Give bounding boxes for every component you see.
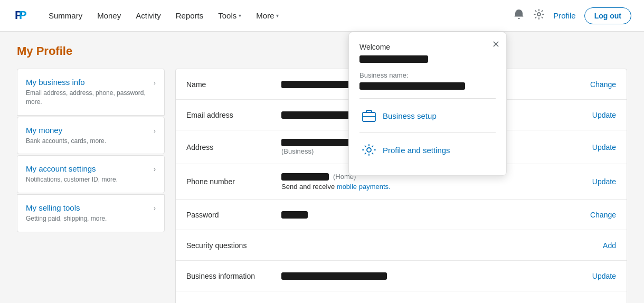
row-value-biz-info	[281, 272, 574, 280]
table-row: Merchant account ID	[176, 291, 627, 303]
row-label-address: Address	[186, 143, 281, 152]
header-right: Profile Log out	[513, 7, 631, 24]
row-action-email: Update	[574, 111, 616, 119]
table-row: Business information Update	[176, 261, 627, 291]
notification-bell-icon[interactable]	[513, 8, 525, 23]
row-label-biz-info: Business information	[186, 272, 281, 280]
row-action-password: Change	[574, 211, 616, 219]
nav-reports[interactable]: Reports	[169, 7, 210, 24]
sidebar-item-selling-tools[interactable]: My selling tools Getting paid, shipping,…	[17, 194, 165, 232]
row-value-password	[281, 211, 574, 219]
chevron-right-icon: ›	[154, 79, 156, 87]
phone-extra: Send and receive mobile payments.	[281, 183, 574, 191]
nav-money[interactable]: Money	[91, 7, 127, 24]
redacted-value	[281, 272, 387, 280]
popup-name-redacted	[359, 55, 428, 63]
popup-welcome: Welcome	[359, 43, 496, 51]
change-name-link[interactable]: Change	[590, 80, 616, 89]
popup-menu-profile-settings[interactable]: Profile and settings	[359, 135, 496, 165]
popup-divider-2	[359, 132, 496, 133]
content-layout: My business info Email address, address,…	[17, 69, 627, 303]
row-label-email: Email address	[186, 111, 281, 119]
sidebar-desc-selling-tools: Getting paid, shipping, more.	[26, 214, 154, 223]
popup-close-button[interactable]: ✕	[492, 39, 500, 50]
row-action-biz-info: Update	[574, 272, 616, 280]
update-phone-link[interactable]: Update	[592, 177, 616, 186]
nav-more[interactable]: More ▾	[250, 7, 285, 24]
sidebar-desc-account-settings: Notifications, customer ID, more.	[26, 175, 154, 184]
sidebar-title-my-money: My money	[26, 126, 154, 135]
nav-tools[interactable]: Tools ▾	[212, 7, 248, 24]
popup-menu-business-setup[interactable]: Business setup	[359, 101, 496, 130]
svg-point-6	[367, 148, 371, 152]
chevron-right-icon: ›	[154, 166, 156, 173]
sidebar-title-account-settings: My account settings	[26, 164, 154, 173]
table-row: Security questions Add	[176, 230, 627, 261]
row-label-phone: Phone number	[186, 177, 281, 186]
mobile-payments-link[interactable]: mobile payments.	[337, 183, 391, 191]
chevron-right-icon: ›	[154, 127, 156, 135]
change-password-link[interactable]: Change	[590, 211, 616, 219]
page-title: My Profile	[17, 44, 627, 58]
popup-menu-label-profile-settings: Profile and settings	[383, 146, 450, 155]
more-arrow-icon: ▾	[276, 13, 279, 18]
sidebar: My business info Email address, address,…	[17, 69, 165, 303]
update-address-link[interactable]: Update	[592, 143, 616, 152]
nav-summary[interactable]: Summary	[42, 7, 89, 24]
row-label-password: Password	[186, 211, 281, 219]
row-label-name: Name	[186, 80, 281, 89]
header: P P Summary Money Activity Reports Tools…	[0, 0, 644, 32]
paypal-logo[interactable]: P P	[13, 6, 30, 25]
table-row: Password Change	[176, 200, 627, 230]
popup-business-label: Business name:	[359, 71, 496, 79]
row-action-name: Change	[574, 80, 616, 89]
main-nav: Summary Money Activity Reports Tools ▾ M…	[42, 7, 513, 24]
sidebar-item-my-money[interactable]: My money Bank accounts, cards, more. ›	[17, 117, 165, 155]
briefcase-icon	[362, 108, 376, 123]
popup-biz-redacted	[359, 82, 465, 90]
add-security-link[interactable]: Add	[603, 241, 616, 250]
redacted-value	[281, 173, 329, 181]
popup-menu-label-business-setup: Business setup	[383, 111, 437, 120]
profile-dropdown-popup: ✕ Welcome Business name: Business setup	[348, 32, 507, 176]
row-label-security: Security questions	[186, 241, 281, 250]
sidebar-desc-my-money: Bank accounts, cards, more.	[26, 137, 154, 146]
redacted-value	[281, 211, 308, 219]
row-action-address: Update	[574, 143, 616, 152]
main-content: My Profile My business info Email addres…	[0, 32, 644, 303]
update-biz-info-link[interactable]: Update	[592, 272, 616, 280]
sidebar-title-selling-tools: My selling tools	[26, 203, 154, 212]
popup-divider	[359, 98, 496, 99]
sidebar-item-account-settings[interactable]: My account settings Notifications, custo…	[17, 155, 165, 193]
row-action-phone: Update	[574, 177, 616, 186]
svg-text:P: P	[19, 8, 27, 22]
sidebar-title-business-info: My business info	[26, 78, 154, 87]
sidebar-desc-business-info: Email address, address, phone, password,…	[26, 89, 154, 107]
settings-gear-icon[interactable]	[533, 8, 545, 23]
profile-link[interactable]: Profile	[553, 11, 576, 20]
sidebar-item-business-info[interactable]: My business info Email address, address,…	[17, 69, 165, 116]
gear-settings-icon	[362, 143, 376, 157]
tools-arrow-icon: ▾	[239, 13, 241, 18]
update-email-link[interactable]: Update	[592, 111, 616, 119]
chevron-right-icon: ›	[154, 205, 156, 212]
nav-activity[interactable]: Activity	[129, 7, 167, 24]
svg-point-3	[537, 13, 541, 16]
logout-button[interactable]: Log out	[584, 7, 631, 24]
row-action-security: Add	[574, 241, 616, 250]
